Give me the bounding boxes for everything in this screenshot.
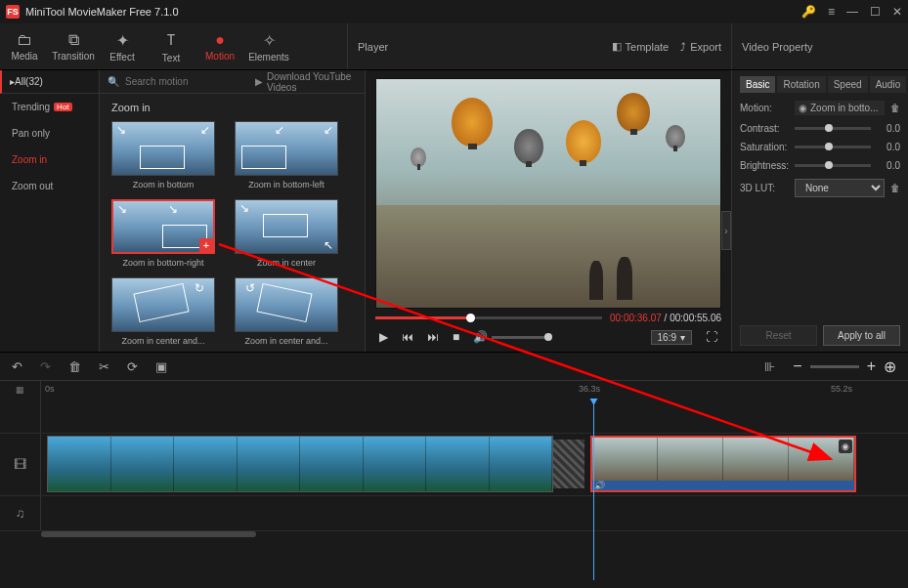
transition-block[interactable] [553, 440, 584, 488]
play-icon[interactable]: ▶ [379, 330, 388, 344]
cat-pan-only[interactable]: Pan only [0, 120, 99, 147]
motion-label: Motion: [740, 103, 789, 113]
cat-zoom-out[interactable]: Zoom out [0, 173, 99, 199]
time-display: 00:00:36.07 / 00:00:55.06 [610, 313, 721, 323]
timeline-scrollbar[interactable] [0, 531, 908, 539]
hot-badge: Hot [54, 103, 71, 111]
tab-effect-label: Effect [109, 52, 134, 63]
saturation-slider[interactable] [795, 146, 871, 148]
crop-icon[interactable]: ▣ [155, 359, 167, 374]
tab-rotation[interactable]: Rotation [777, 76, 825, 93]
tab-effect[interactable]: ✦Effect [98, 23, 147, 69]
aspect-ratio-select[interactable]: 16:9▾ [651, 330, 692, 345]
scrub-bar[interactable]: 00:00:36.07 / 00:00:55.06 [375, 309, 721, 326]
add-motion-icon[interactable]: + [199, 238, 213, 252]
video-track-row: 🎞 🔊 ◉ ⇄ [0, 434, 908, 496]
ruler-mark: 0s [45, 384, 55, 394]
timeline-ruler[interactable]: ▦ 0s 36.3s 55.2s [0, 381, 908, 399]
tab-speed[interactable]: Speed [828, 76, 868, 93]
transition-icon: ⧉ [68, 31, 79, 49]
tab-text[interactable]: ＴText [147, 23, 195, 69]
clip-audio-icon: 🔊 [594, 481, 605, 490]
delete-icon[interactable]: 🗑 [68, 359, 81, 374]
search-input[interactable] [125, 76, 249, 87]
tab-motion[interactable]: ●Motion [195, 23, 244, 69]
cat-trending[interactable]: TrendingHot [0, 94, 99, 120]
volume-icon: 🔊 [473, 330, 488, 344]
reset-button[interactable]: Reset [740, 325, 817, 346]
ruler-mark: 55.2s [831, 384, 852, 394]
video-clip-2-selected[interactable]: 🔊 ◉ [590, 436, 856, 492]
motion-thumb[interactable]: ↺Zoom in center and... [235, 277, 338, 346]
scrub-handle[interactable] [466, 314, 475, 322]
delete-lut-icon[interactable]: 🗑 [890, 183, 900, 193]
zoom-out-icon[interactable]: − [793, 357, 801, 375]
audio-track-icon[interactable]: ♫ [0, 496, 41, 530]
search-icon: 🔍 [108, 76, 119, 87]
motion-gallery: 🔍 ▶Download YouTube Videos Zoom in ↘↙Zoo… [100, 70, 365, 352]
video-clip-1[interactable] [47, 436, 553, 492]
tab-transition[interactable]: ⧉Transition [49, 23, 98, 69]
category-sidebar: ▸ All(32) TrendingHot Pan only Zoom in Z… [0, 70, 100, 352]
contrast-label: Contrast: [740, 123, 789, 134]
maximize-icon[interactable]: ☐ [870, 5, 881, 19]
video-preview[interactable] [375, 78, 721, 309]
folder-icon: 🗀 [17, 31, 32, 49]
zoom-fit-icon[interactable]: ⊕ [884, 357, 896, 376]
speed-icon[interactable]: ⟳ [127, 359, 138, 374]
lut-select[interactable]: None [795, 179, 885, 197]
app-title: MiniTool MovieMaker Free 7.1.0 [25, 6, 801, 18]
filter-all[interactable]: ▸ All(32) [0, 70, 99, 94]
brightness-slider[interactable] [795, 164, 871, 167]
saturation-label: Saturation: [740, 142, 789, 152]
ruler-mark: 36.3s [579, 384, 600, 394]
apply-all-button[interactable]: Apply to all [823, 325, 900, 346]
timeline[interactable]: 🎞 🔊 ◉ ⇄ ♫ [0, 399, 908, 580]
expand-panel-icon[interactable]: › [721, 211, 731, 250]
menu-icon[interactable]: ≡ [828, 5, 835, 19]
saturation-value: 0.0 [877, 142, 900, 152]
tab-basic[interactable]: Basic [740, 76, 775, 93]
delete-motion-icon[interactable]: 🗑 [890, 103, 900, 113]
motion-thumb-selected[interactable]: ↘↘+Zoom in bottom-right [111, 199, 215, 268]
download-youtube-button[interactable]: ▶Download YouTube Videos [255, 71, 357, 93]
motion-thumb[interactable]: ↘↙Zoom in bottom [111, 121, 215, 189]
app-logo-icon: FS [6, 5, 20, 19]
video-track[interactable]: 🔊 ◉ ⇄ [41, 434, 908, 495]
audio-track[interactable] [41, 496, 908, 530]
close-icon[interactable]: ✕ [892, 5, 902, 19]
zoom-in-icon[interactable]: + [867, 357, 876, 375]
motion-thumb[interactable]: ↘↖Zoom in center [235, 199, 338, 268]
next-frame-icon[interactable]: ⏭ [427, 330, 439, 344]
motion-thumb[interactable]: ↻Zoom in center and... [111, 277, 215, 346]
contrast-value: 0.0 [877, 123, 900, 134]
redo-icon[interactable]: ↷ [40, 359, 51, 374]
tab-media[interactable]: 🗀Media [0, 23, 49, 69]
tab-audio[interactable]: Audio [870, 76, 907, 93]
main-toolbar: 🗀Media ⧉Transition ✦Effect ＴText ●Motion… [0, 23, 908, 70]
tab-elements[interactable]: ✧Elements [244, 23, 293, 69]
stop-icon[interactable]: ■ [453, 330, 459, 344]
fullscreen-icon[interactable]: ⛶ [706, 330, 717, 344]
tab-transition-label: Transition [52, 51, 95, 62]
motion-thumb[interactable]: ↙↙Zoom in bottom-left [235, 121, 338, 189]
player-header: Player ◧Template ⤴Export [347, 23, 732, 69]
key-icon[interactable]: 🔑 [801, 5, 816, 19]
volume-slider[interactable]: 🔊 [473, 330, 548, 344]
timeline-zoom[interactable]: − + ⊕ [793, 357, 896, 376]
split-icon[interactable]: ✂ [99, 359, 109, 374]
audio-sync-icon[interactable]: ⊪ [764, 359, 775, 374]
undo-icon[interactable]: ↶ [12, 359, 22, 374]
prev-frame-icon[interactable]: ⏮ [402, 330, 413, 344]
ruler-head-icon[interactable]: ▦ [0, 381, 41, 399]
video-track-icon[interactable]: 🎞 [0, 434, 41, 495]
playhead[interactable] [593, 399, 594, 580]
clip-motion-badge-icon: ◉ [839, 440, 852, 453]
cat-zoom-in[interactable]: Zoom in [0, 147, 99, 173]
export-button[interactable]: ⤴Export [680, 40, 721, 53]
contrast-slider[interactable] [795, 127, 871, 130]
minimize-icon[interactable]: — [846, 5, 858, 19]
tab-media-label: Media [11, 51, 37, 62]
property-header: Video Property [732, 23, 908, 69]
template-button[interactable]: ◧Template [612, 40, 670, 53]
